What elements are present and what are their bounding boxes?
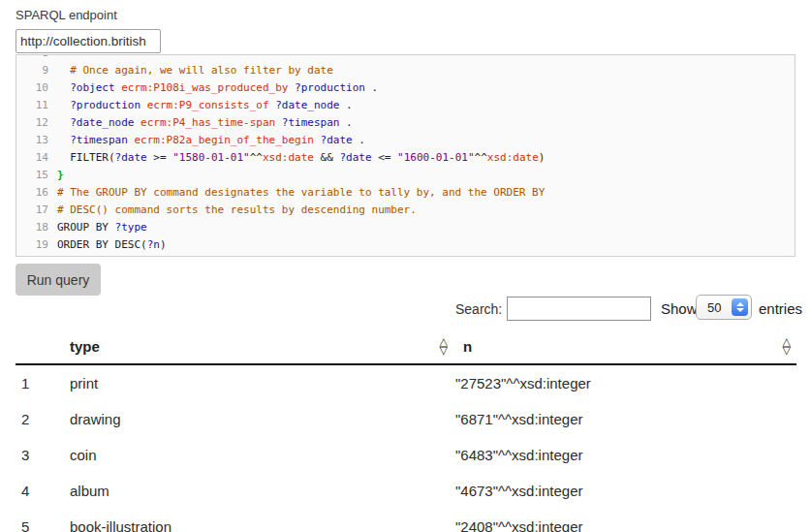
code-text: ?production ecrm:P9_consists_of ?date_no…: [57, 97, 353, 114]
results-table: type △▽ n △▽ 1print"27523"^^xsd:integer2…: [16, 329, 796, 532]
code-line[interactable]: 18GROUP BY ?type: [16, 219, 795, 236]
column-header-n[interactable]: n △▽: [453, 329, 796, 363]
table-row: 2drawing"6871"^^xsd:integer: [16, 401, 796, 437]
line-number: 19: [16, 236, 57, 254]
endpoint-label: SPARQL endpoint: [16, 8, 117, 22]
code-line[interactable]: 8: [16, 54, 795, 62]
line-number: 15: [16, 167, 57, 184]
row-index: 5: [16, 518, 70, 532]
n-cell: "27523"^^xsd:integer: [453, 375, 796, 391]
line-number: 13: [16, 132, 57, 149]
type-cell: drawing: [70, 411, 453, 427]
code-text: ?object ecrm:P108i_was_produced_by ?prod…: [57, 79, 378, 97]
line-number: 18: [16, 219, 57, 236]
n-cell: "6483"^^xsd:integer: [453, 447, 796, 463]
code-line[interactable]: 17# DESC() command sorts the results by …: [16, 202, 795, 219]
results-body: 1print"27523"^^xsd:integer2drawing"6871"…: [16, 365, 796, 532]
column-header-index: [16, 329, 70, 363]
type-cell: album: [70, 483, 453, 499]
table-header-row: type △▽ n △▽: [16, 329, 796, 365]
code-text: # Once again, we will also filter by dat…: [57, 62, 333, 79]
column-header-type-label: type: [70, 338, 100, 355]
type-cell: print: [70, 375, 453, 391]
code-line[interactable]: 14 FILTER(?date >= "1580-01-01"^^xsd:dat…: [16, 149, 795, 167]
page-size-value: 50: [697, 300, 721, 315]
type-cell: coin: [70, 447, 453, 463]
endpoint-url-input[interactable]: [16, 29, 161, 53]
column-header-type[interactable]: type △▽: [70, 329, 453, 363]
code-line[interactable]: 12 ?date_node ecrm:P4_has_time-span ?tim…: [16, 114, 795, 132]
line-number: 9: [16, 62, 57, 79]
code-text: # DESC() command sorts the results by de…: [57, 202, 417, 219]
line-number: 14: [16, 149, 57, 167]
entries-label: entries: [759, 300, 802, 317]
show-entries-label: Show: [661, 300, 698, 317]
line-number: 17: [16, 202, 57, 219]
line-number: 8: [16, 54, 57, 62]
table-row: 1print"27523"^^xsd:integer: [16, 365, 796, 401]
search-input[interactable]: [507, 297, 651, 321]
code-line[interactable]: 15}: [16, 167, 795, 184]
row-index: 2: [16, 411, 70, 427]
table-row: 3coin"6483"^^xsd:integer: [16, 437, 796, 473]
row-index: 4: [16, 483, 70, 499]
line-number: 12: [16, 114, 57, 132]
code-text: # The GROUP BY command designates the va…: [57, 184, 545, 202]
n-cell: "6871"^^xsd:integer: [453, 411, 796, 427]
code-text: GROUP BY ?type: [57, 219, 147, 236]
line-number: 11: [16, 97, 57, 114]
row-index: 1: [16, 375, 70, 391]
select-stepper-icon: [732, 298, 748, 316]
code-line[interactable]: 10 ?object ecrm:P108i_was_produced_by ?p…: [16, 79, 795, 97]
code-text: ?date_node ecrm:P4_has_time-span ?timesp…: [57, 114, 353, 132]
type-cell: book-illustration: [70, 518, 453, 532]
code-line[interactable]: 11 ?production ecrm:P9_consists_of ?date…: [16, 97, 795, 114]
run-query-button[interactable]: Run query: [16, 264, 101, 296]
line-number: 10: [16, 79, 57, 97]
code-line[interactable]: 16# The GROUP BY command designates the …: [16, 184, 795, 202]
table-row: 5book-illustration"2408"^^xsd:integer: [16, 509, 796, 532]
code-text: FILTER(?date >= "1580-01-01"^^xsd:date &…: [57, 149, 545, 167]
code-line[interactable]: 19ORDER BY DESC(?n): [16, 236, 795, 254]
code-line[interactable]: 13 ?timespan ecrm:P82a_begin_of_the_begi…: [16, 132, 795, 149]
table-row: 4album"4673"^^xsd:integer: [16, 473, 796, 509]
code-text: ?timespan ecrm:P82a_begin_of_the_begin ?…: [57, 132, 365, 149]
sparql-query-page: SPARQL endpoint 89 # Once again, we will…: [0, 0, 811, 532]
sort-icon: △▽: [440, 337, 448, 355]
search-label: Search:: [455, 301, 502, 317]
page-size-select[interactable]: 50: [696, 295, 752, 320]
code-line[interactable]: 9 # Once again, we will also filter by d…: [16, 62, 795, 79]
code-lines: 89 # Once again, we will also filter by …: [16, 54, 795, 254]
code-editor[interactable]: 89 # Once again, we will also filter by …: [16, 54, 795, 257]
sort-icon: △▽: [783, 337, 791, 355]
code-text: ORDER BY DESC(?n): [57, 236, 167, 254]
column-header-n-label: n: [463, 338, 472, 355]
row-index: 3: [16, 447, 70, 463]
n-cell: "2408"^^xsd:integer: [453, 518, 796, 532]
n-cell: "4673"^^xsd:integer: [453, 483, 796, 499]
code-text: }: [57, 167, 64, 184]
line-number: 16: [16, 184, 57, 202]
